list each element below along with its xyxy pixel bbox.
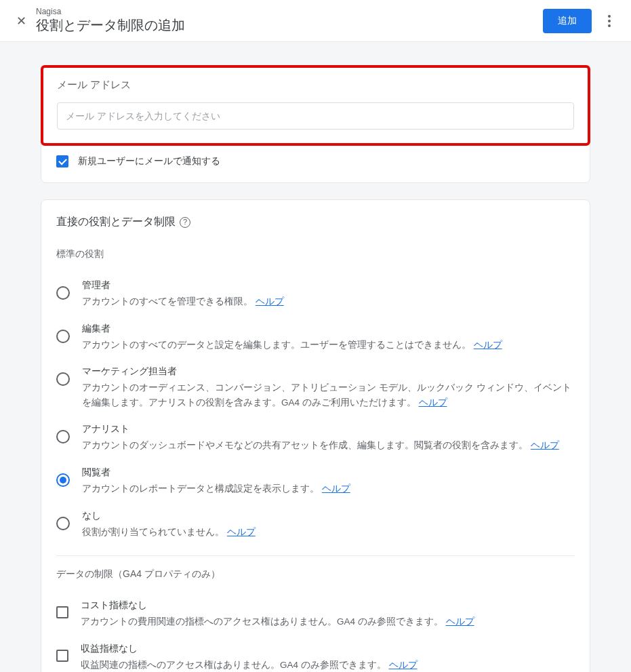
role-radio-viewer[interactable] [56,473,70,487]
role-desc: アカウントのすべてのデータと設定を編集します。ユーザーを管理することはできません… [82,338,575,353]
notify-checkbox[interactable] [56,155,68,167]
help-link[interactable]: ヘルプ [389,660,418,670]
restriction-title: コスト指標なし [81,599,575,612]
role-row[interactable]: 編集者 アカウントのすべてのデータと設定を編集します。ユーザーを管理することはで… [56,316,575,359]
role-radio-analyst[interactable] [56,430,70,443]
role-desc: アカウントのオーディエンス、コンバージョン、アトリビューション モデル、ルックバ… [82,380,575,410]
role-title: なし [82,510,575,522]
standard-roles-label: 標準の役割 [56,248,575,260]
restrictions-label: データの制限（GA4 プロパティのみ） [56,568,575,580]
more-vert-icon [608,15,611,27]
restriction-checkbox-revenue[interactable] [56,650,68,662]
role-radio-editor[interactable] [56,330,70,343]
role-texts: 管理者 アカウントのすべてを管理できる権限。 ヘルプ [82,279,575,309]
roles-heading-text: 直接の役割とデータ制限 [56,215,176,229]
context-name: Nagisa [36,7,543,16]
role-row[interactable]: 閲覧者 アカウントのレポートデータと構成設定を表示します。 ヘルプ [56,460,575,503]
email-card: メール アドレス 新規ユーザーにメールで通知する [41,65,590,183]
restriction-row[interactable]: 収益指標なし 収益関連の指標へのアクセス権はありません。GA4 のみ参照できます… [56,636,575,672]
role-radio-admin[interactable] [56,286,70,300]
role-title: 編集者 [82,323,575,335]
restriction-title: 収益指標なし [81,643,575,655]
role-title: 管理者 [82,279,575,292]
role-texts: マーケティング担当者 アカウントのオーディエンス、コンバージョン、アトリビューシ… [82,365,575,410]
help-link[interactable]: ヘルプ [227,527,256,537]
help-link[interactable]: ヘルプ [322,483,350,494]
help-link[interactable]: ヘルプ [474,340,502,350]
role-radio-none[interactable] [56,517,70,530]
role-radio-marketer[interactable] [56,372,70,386]
divider [56,555,575,556]
svg-point-2 [608,24,611,27]
header-bar: ✕ Nagisa 役割とデータ制限の追加 追加 [0,0,631,42]
restriction-checkbox-cost[interactable] [56,606,68,618]
restriction-desc: アカウントの費用関連の指標へのアクセス権はありません。GA4 のみ参照できます。… [81,614,575,629]
email-section-label: メール アドレス [57,79,574,92]
role-title: マーケティング担当者 [82,365,575,378]
role-texts: 編集者 アカウントのすべてのデータと設定を編集します。ユーザーを管理することはで… [82,323,575,353]
add-button[interactable]: 追加 [543,9,592,33]
email-input[interactable] [57,102,574,130]
header-titles: Nagisa 役割とデータ制限の追加 [36,7,543,35]
svg-point-0 [608,15,611,18]
role-texts: アナリスト アカウントのダッシュボードやメモなどの共有アセットを作成、編集します… [82,423,575,453]
email-highlight-box: メール アドレス [41,65,590,146]
role-texts: なし 役割が割り当てられていません。 ヘルプ [82,510,575,540]
role-desc: アカウントのレポートデータと構成設定を表示します。 ヘルプ [82,481,575,496]
svg-point-1 [608,20,611,22]
role-desc: アカウントのすべてを管理できる権限。 ヘルプ [82,294,575,309]
role-row[interactable]: なし 役割が割り当てられていません。 ヘルプ [56,503,575,547]
role-title: アナリスト [82,423,575,435]
role-row[interactable]: アナリスト アカウントのダッシュボードやメモなどの共有アセットを作成、編集します… [56,416,575,460]
role-title: 閲覧者 [82,467,575,479]
restriction-desc: 収益関連の指標へのアクセス権はありません。GA4 のみ参照できます。 ヘルプ [81,658,575,672]
notify-label: 新規ユーザーにメールで通知する [78,155,220,167]
restriction-texts: 収益指標なし 収益関連の指標へのアクセス権はありません。GA4 のみ参照できます… [81,643,575,672]
help-link[interactable]: ヘルプ [531,440,559,450]
role-row[interactable]: 管理者 アカウントのすべてを管理できる権限。 ヘルプ [56,273,575,316]
notify-row: 新規ユーザーにメールで通知する [41,153,590,182]
help-link[interactable]: ヘルプ [446,616,474,627]
restriction-row[interactable]: コスト指標なし アカウントの費用関連の指標へのアクセス権はありません。GA4 の… [56,593,575,636]
restriction-texts: コスト指標なし アカウントの費用関連の指標へのアクセス権はありません。GA4 の… [81,599,575,629]
help-link[interactable]: ヘルプ [256,296,284,307]
roles-card: 直接の役割とデータ制限 ? 標準の役割 管理者 アカウントのすべてを管理できる権… [41,199,590,672]
more-menu-button[interactable] [601,9,617,33]
role-desc: アカウントのダッシュボードやメモなどの共有アセットを作成、編集します。閲覧者の役… [82,438,575,453]
help-icon[interactable]: ? [180,217,190,228]
roles-heading: 直接の役割とデータ制限 ? [56,215,575,229]
close-icon[interactable]: ✕ [14,8,36,34]
role-row[interactable]: マーケティング担当者 アカウントのオーディエンス、コンバージョン、アトリビューシ… [56,359,575,416]
help-link[interactable]: ヘルプ [419,397,447,408]
page-title: 役割とデータ制限の追加 [36,16,543,35]
role-texts: 閲覧者 アカウントのレポートデータと構成設定を表示します。 ヘルプ [82,467,575,496]
content-area: メール アドレス 新規ユーザーにメールで通知する 直接の役割とデータ制限 ? 標… [0,42,631,672]
role-desc: 役割が割り当てられていません。 ヘルプ [82,525,575,540]
